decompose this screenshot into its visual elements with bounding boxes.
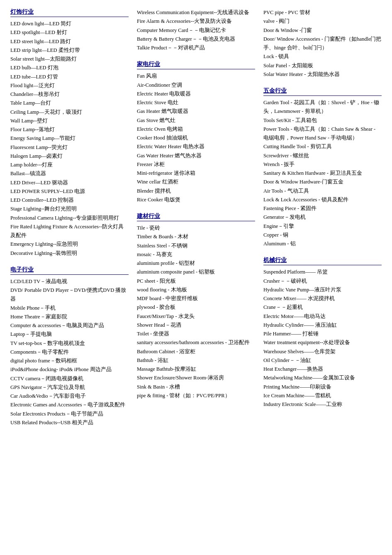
main-content: 灯饰行业LED down light—LED 简灯LED spotlight—L…: [8, 8, 384, 435]
list-item: Gas Stove 燃气灶: [137, 116, 255, 125]
list-item: Halogen Lamp—卤素灯: [10, 152, 129, 161]
list-item: Wrench - 扳手: [263, 160, 382, 169]
list-item: Rice Cooker 电饭煲: [137, 196, 255, 204]
list-item: Door/ Window Accessories - 门窗配件（如handle门…: [263, 35, 382, 53]
list-item: aluminium profile - 铝型材: [137, 259, 255, 268]
list-item: valve - 阀门: [263, 17, 382, 26]
section-title-0-1: 电子行业: [10, 266, 129, 275]
list-item: digital photo frame－数码相框: [10, 357, 129, 365]
list-item: Electric Stove 电灶: [137, 98, 255, 107]
list-item: Aluminum - 铝: [263, 240, 382, 248]
column-2: PVC pipe - PVC 管材valve - 阀门Door & Window…: [261, 8, 384, 435]
column-1: Wireless Communication Equipment--无线通讯设备…: [135, 8, 257, 435]
list-item: Sanitary & Kitchen Hardware - 厨卫洁具五金: [263, 169, 382, 178]
list-item: Shower Head－花洒: [137, 321, 255, 330]
list-item: USB Related Products--USB 相关产品: [10, 418, 129, 427]
list-item: pipe & fitting - 管材（如：PVC/PE/PPR）: [137, 391, 255, 400]
list-item: Lock - 锁具: [263, 52, 382, 61]
list-item: CCTV camera－闭路电视摄像机: [10, 374, 129, 383]
list-item: iPod&iPhone docking- iPod& iPhone 周边产品: [10, 365, 129, 374]
list-item: Talkie Product－－对讲机产品: [137, 44, 255, 52]
list-item: Lamp holder---灯座: [10, 161, 129, 169]
list-item: PC sheet - 阳光板: [137, 277, 255, 286]
section-2-2: 机械行业Suspended Platform—— 吊篮Crusher－－破碎机H…: [263, 257, 382, 409]
list-item: Solar Electronics Products－电子节能产品: [10, 410, 129, 418]
list-item: plywood - 胶合板: [137, 303, 255, 312]
list-item: Screwdriver - 螺丝批: [263, 152, 382, 160]
section-title-0-0: 灯饰行业: [10, 8, 129, 17]
list-item: Bathroom Cabinet - 浴室柜: [137, 347, 255, 356]
list-item: Generator－发电机: [263, 213, 382, 222]
list-item: Fire Rated Lighting Fixture & Accessorie…: [10, 222, 129, 240]
list-item: Tile - 瓷砖: [137, 224, 255, 232]
list-item: Electric Heater 电取暖器: [137, 90, 255, 98]
section-title-1-2: 建材行业: [137, 213, 255, 221]
list-item: LED Controller--LED 控制器: [10, 196, 129, 205]
list-item: Flood light—泛光灯: [10, 81, 129, 90]
list-item: Suspended Platform—— 吊篮: [263, 268, 382, 276]
list-item: Toilet - 坐便器: [137, 330, 255, 338]
list-item: PVC pipe - PVC 管材: [263, 8, 382, 17]
list-item: LED bulb—LED 灯泡: [10, 64, 129, 72]
list-item: Warehouse Shelves——仓库货架: [263, 347, 382, 356]
list-item: Cooker Hood 抽油烟机: [137, 134, 255, 142]
list-item: Table Lamp—台灯: [10, 99, 129, 108]
section-2-1: 五金行业Garden Tool - 花园工具（如：Shovel - 铲，Hoe …: [263, 87, 382, 248]
list-item: Home Theatre－家庭影院: [10, 313, 129, 321]
list-item: Air-Conditioner 空调: [137, 81, 255, 90]
list-item: aluminium composite panel - 铝塑板: [137, 268, 255, 276]
list-item: Wine cellar 红酒柜: [137, 178, 255, 186]
list-item: Fire Alarm & Accessories--火警及防火设备: [137, 17, 255, 26]
list-item: Shower Enclosure/Shower Room-淋浴房: [137, 374, 255, 382]
list-item: Crusher－－破碎机: [263, 277, 382, 286]
list-item: Professional Camera Lighting--专业摄影照明用灯: [10, 214, 129, 222]
list-item: sanitary accessories/bathroom accessorie…: [137, 338, 255, 347]
section-1-0: Wireless Communication Equipment--无线通讯设备…: [137, 8, 255, 52]
list-item: Solar Water Heater - 太阳能热水器: [263, 70, 382, 79]
list-item: Car Audio&Vedio－汽车影音电子: [10, 392, 129, 401]
list-item: Heat Exchanger——换热器: [263, 365, 382, 374]
list-item: Printing Machine——印刷设备: [263, 383, 382, 391]
list-item: Bathtub - 浴缸: [137, 356, 255, 365]
list-item: Faucet/Mixer/Tap - 水龙头: [137, 312, 255, 321]
list-item: Energy Saving Lamp—节能灯: [10, 134, 129, 143]
section-title-2-1: 五金行业: [263, 87, 382, 96]
list-item: Ballast—镇流器: [10, 169, 129, 178]
list-item: Oil Cylinder－－油缸: [263, 356, 382, 365]
list-item: Blender 搅拌机: [137, 187, 255, 196]
list-item: Decorative Lighting--装饰照明: [10, 249, 129, 258]
section-0-0: 灯饰行业LED down light—LED 简灯LED spotlight—L…: [10, 8, 129, 258]
list-item: LED POWER SUPPLY--LED 电源: [10, 187, 129, 196]
list-item: Emergency Lighting--应急照明: [10, 240, 129, 249]
list-item: LED strip light—LED 柔性灯带: [10, 46, 129, 55]
list-item: mosaic - 马赛克: [137, 250, 255, 259]
list-item: Electric Motor——电动马达: [263, 312, 382, 321]
list-item: Water treatment equipment--水处理设备: [263, 338, 382, 347]
list-item: Chandelier—枝形吊灯: [10, 90, 129, 99]
list-item: LED down light—LED 简灯: [10, 20, 129, 28]
section-1-2: 建材行业Tile - 瓷砖Timber & Boards - 木材Stainle…: [137, 213, 255, 400]
list-item: TV set-top-box－数字电视机顶盒: [10, 339, 129, 348]
list-item: Metalworking Machine——金属加工设备: [263, 374, 382, 382]
list-item: Industry Electronic Scale——工业称: [263, 400, 382, 409]
list-item: Hydraulic Cylinder—— 液压油缸: [263, 321, 382, 330]
list-item: Mini-refrigerator 迷你冰箱: [137, 169, 255, 178]
list-item: Sink & Basin - 水槽: [137, 383, 255, 391]
list-item: Electric Water Heater 电热水器: [137, 142, 255, 151]
list-item: Solar street light—太阳能路灯: [10, 55, 129, 64]
list-item: Fan 风扇: [137, 72, 255, 81]
list-item: Door & Window -门窗: [263, 26, 382, 35]
section-1-1: 家电行业Fan 风扇Air-Conditioner 空调Electric Hea…: [137, 61, 255, 204]
list-item: Electronic Games and Accessories－电子游戏及配件: [10, 401, 129, 409]
list-item: LED tube—LED 灯管: [10, 73, 129, 81]
list-item: Cutting Handle Tool - 剪切工具: [263, 142, 382, 151]
list-item: Fluorescent Lamp--荧光灯: [10, 143, 129, 152]
section-title-1-1: 家电行业: [137, 61, 255, 69]
list-item: Power Tools - 电动工具（如：Chain Saw & Shear -…: [263, 125, 382, 143]
list-item: Mobile Phone－手机: [10, 304, 129, 313]
list-item: Stainless Steel - 不锈钢: [137, 242, 255, 250]
list-item: Electric Oven 电烤箱: [137, 125, 255, 134]
list-item: Floor Lamp--落地灯: [10, 125, 129, 134]
list-item: Components－电子零配件: [10, 348, 129, 357]
list-item: Laptop－手提电脑: [10, 330, 129, 339]
